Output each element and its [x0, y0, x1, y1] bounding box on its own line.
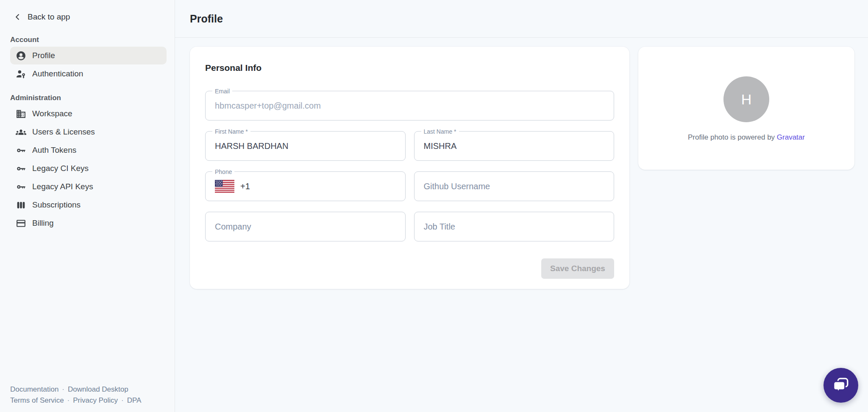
- key-icon: [16, 182, 26, 192]
- chevron-left-icon: [13, 12, 23, 22]
- person-key-icon: [16, 69, 26, 79]
- bars-icon: [16, 200, 26, 210]
- job-title-field[interactable]: [414, 212, 615, 241]
- footer-separator: ·: [121, 396, 124, 404]
- sidebar-item-label: Legacy API Keys: [32, 182, 93, 191]
- back-to-app-label: Back to app: [28, 12, 70, 22]
- groups-icon: [16, 127, 26, 137]
- personal-info-form: Email First Name * Last Name *: [205, 91, 614, 279]
- section-header-account: Account: [10, 36, 175, 44]
- settings-sidebar: Back to app Account Profile Authenticati…: [0, 0, 175, 412]
- gravatar-card: H Profile photo is powered by Gravatar: [638, 47, 854, 170]
- key-icon: [16, 145, 26, 156]
- sidebar-item-profile[interactable]: Profile: [10, 47, 167, 64]
- gravatar-caption-text: Profile photo is powered by: [688, 133, 775, 141]
- email-field[interactable]: Email: [205, 91, 614, 121]
- sidebar-item-auth-tokens[interactable]: Auth Tokens: [10, 141, 167, 159]
- sidebar-item-billing[interactable]: Billing: [10, 214, 167, 232]
- content-area: Personal Info Email First Name *: [175, 38, 868, 289]
- footer-row-1: Documentation·Download Desktop: [10, 384, 141, 395]
- github-username-input[interactable]: [424, 182, 605, 191]
- sidebar-item-workspace[interactable]: Workspace: [10, 105, 167, 123]
- footer-separator: ·: [62, 385, 64, 393]
- sidebar-item-users-licenses[interactable]: Users & Licenses: [10, 123, 167, 141]
- phone-label: Phone: [212, 168, 234, 176]
- gravatar-caption: Profile photo is powered by Gravatar: [688, 133, 805, 142]
- sidebar-item-authentication[interactable]: Authentication: [10, 65, 167, 83]
- sidebar-footer: Documentation·Download Desktop Terms of …: [10, 384, 141, 406]
- sidebar-item-label: Billing: [32, 219, 54, 228]
- sidebar-item-label: Users & Licenses: [32, 127, 95, 137]
- main-area: Profile Personal Info Email First Name: [175, 0, 868, 412]
- email-label: Email: [212, 87, 232, 95]
- footer-row-2: Terms of Service·Privacy Policy·DPA: [10, 395, 141, 406]
- sidebar-item-label: Authentication: [32, 69, 83, 78]
- avatar: H: [723, 76, 769, 122]
- section-header-administration: Administration: [10, 94, 175, 102]
- sidebar-item-legacy-ci-keys[interactable]: Legacy CI Keys: [10, 160, 167, 177]
- phone-field[interactable]: Phone: [205, 171, 406, 201]
- company-job-row: [205, 212, 614, 241]
- credit-card-icon: [16, 218, 26, 229]
- email-input: [215, 101, 604, 111]
- last-name-field[interactable]: Last Name *: [414, 131, 615, 161]
- save-changes-button[interactable]: Save Changes: [541, 258, 614, 279]
- person-circle-icon: [16, 50, 26, 61]
- sidebar-item-label: Workspace: [32, 109, 72, 118]
- phone-dial-code[interactable]: +1: [240, 182, 250, 191]
- github-username-field[interactable]: [414, 171, 615, 201]
- building-icon: [16, 109, 26, 119]
- first-name-field[interactable]: First Name *: [205, 131, 406, 161]
- us-flag-icon[interactable]: [215, 180, 234, 193]
- page-header: Profile: [175, 0, 868, 38]
- first-name-input[interactable]: [215, 141, 396, 151]
- personal-info-title: Personal Info: [205, 63, 614, 73]
- form-actions: Save Changes: [205, 258, 614, 279]
- sidebar-item-subscriptions[interactable]: Subscriptions: [10, 196, 167, 214]
- last-name-input[interactable]: [424, 141, 605, 151]
- app-root: Back to app Account Profile Authenticati…: [0, 0, 868, 412]
- footer-separator: ·: [67, 396, 70, 404]
- company-input[interactable]: [215, 222, 396, 232]
- terms-of-service-link[interactable]: Terms of Service: [10, 396, 64, 404]
- chat-bubbles-icon: [832, 376, 850, 395]
- back-to-app-button[interactable]: Back to app: [13, 10, 70, 24]
- phone-github-row: Phone: [205, 171, 614, 201]
- email-row: Email: [205, 91, 614, 121]
- last-name-label: Last Name *: [421, 128, 459, 135]
- dpa-link[interactable]: DPA: [127, 396, 142, 404]
- personal-info-card: Personal Info Email First Name *: [190, 47, 629, 289]
- sidebar-item-label: Legacy CI Keys: [32, 164, 89, 173]
- company-field[interactable]: [205, 212, 406, 241]
- job-title-input[interactable]: [424, 222, 605, 232]
- chat-launcher-button[interactable]: [823, 368, 858, 403]
- key-icon: [16, 163, 26, 174]
- name-row: First Name * Last Name *: [205, 131, 614, 161]
- gravatar-link[interactable]: Gravatar: [777, 133, 805, 141]
- download-desktop-link[interactable]: Download Desktop: [68, 385, 128, 393]
- page-title: Profile: [190, 13, 223, 25]
- privacy-policy-link[interactable]: Privacy Policy: [73, 396, 118, 404]
- avatar-letter: H: [741, 92, 752, 107]
- documentation-link[interactable]: Documentation: [10, 385, 58, 393]
- first-name-label: First Name *: [212, 128, 250, 135]
- sidebar-item-legacy-api-keys[interactable]: Legacy API Keys: [10, 178, 167, 196]
- sidebar-item-label: Profile: [32, 51, 55, 60]
- sidebar-item-label: Auth Tokens: [32, 146, 76, 155]
- sidebar-item-label: Subscriptions: [32, 200, 81, 210]
